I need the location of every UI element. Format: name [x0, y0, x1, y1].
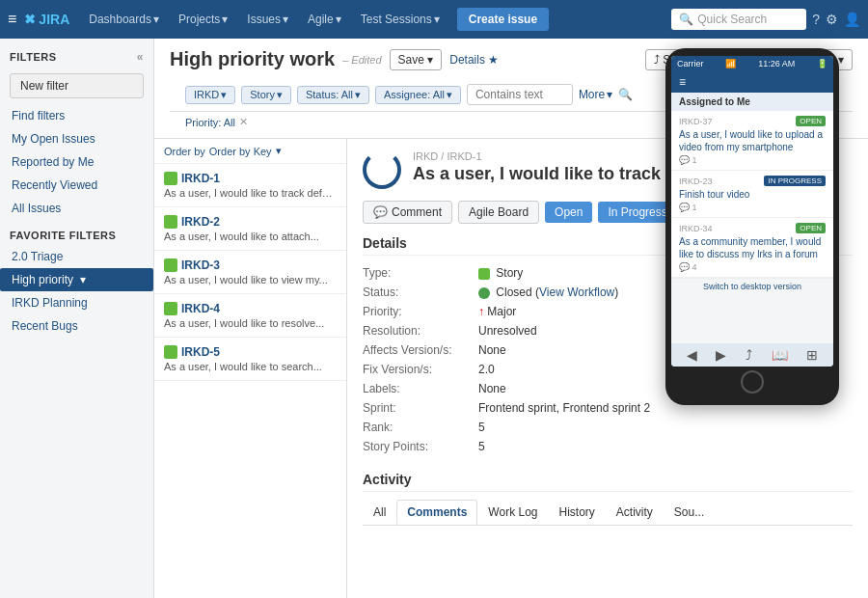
phone-issue-3-header: IRKD-34 OPEN	[679, 223, 826, 233]
phone-home-button[interactable]	[741, 370, 764, 394]
jira-logo: ✖ JIRA	[24, 12, 69, 27]
star-icon: ★	[488, 53, 499, 67]
sidebar-link-reported-by-me[interactable]: Reported by Me	[0, 150, 153, 174]
help-icon[interactable]: ?	[812, 12, 820, 27]
phone-forward-icon[interactable]: ▶	[716, 347, 726, 363]
fav-filters-title: FAVORITE FILTERS	[0, 220, 153, 245]
quick-search-input[interactable]: 🔍 Quick Search	[671, 9, 806, 30]
sidebar-fav-high-priority[interactable]: High priority ▾	[0, 268, 153, 291]
issue-desc-1: As a user, I would like to track defects	[164, 187, 337, 199]
issue-desc-5: As a user, I would like to search...	[164, 361, 337, 372]
sidebar-link-my-open-issues[interactable]: My Open Issues	[0, 127, 153, 150]
issue-item-2[interactable]: IRKD-2 As a user, I would like to attach…	[154, 207, 346, 251]
phone-issue-2[interactable]: IRKD-23 IN PROGRESS Finish tour video 💬 …	[671, 171, 833, 218]
issue-id-4: IRKD-4	[164, 302, 337, 315]
detail-row-storypoints: Story Points: 5	[363, 437, 853, 456]
settings-icon[interactable]: ⚙	[826, 12, 838, 27]
hamburger-icon[interactable]: ≡	[8, 11, 16, 28]
phone-time: 11:26 AM	[758, 59, 795, 68]
phone-issue-2-id: IRKD-23	[679, 177, 713, 186]
phone-issue-3-title: As a community member, I would like to d…	[679, 235, 826, 260]
priority-filter-label[interactable]: Priority: All	[185, 117, 235, 128]
nav-agile[interactable]: Agile ▾	[300, 9, 349, 30]
contains-text-input[interactable]	[467, 84, 573, 105]
phone-section-title: Assigned to Me	[671, 93, 833, 111]
order-bar: Order by Order by Key ▾	[154, 139, 346, 164]
phone-bookmark-icon[interactable]: 📖	[772, 347, 788, 363]
edited-badge: – Edited	[342, 54, 381, 66]
phone-issue-1[interactable]: IRKD-37 OPEN As a user, I would like to …	[671, 111, 833, 171]
phone-share-icon[interactable]: ⤴	[746, 347, 752, 363]
activity-tabs: All Comments Work Log History Activity S…	[363, 500, 853, 526]
sidebar-link-recently-viewed[interactable]: Recently Viewed	[0, 174, 153, 197]
nav-test-sessions[interactable]: Test Sessions ▾	[353, 9, 448, 30]
phone-issue-1-count: 💬 1	[679, 155, 826, 165]
clear-priority-icon[interactable]: ✕	[239, 116, 248, 128]
issue-item-4[interactable]: IRKD-4 As a user, I would like to resolv…	[154, 294, 346, 338]
more-filter-button[interactable]: More ▾	[579, 88, 612, 101]
sidebar-fav-triage[interactable]: 2.0 Triage	[0, 245, 153, 268]
switch-to-desktop-link[interactable]: Switch to desktop version	[671, 278, 833, 294]
story-icon-5	[164, 345, 177, 359]
activity-section: Activity All Comments Work Log History A…	[363, 472, 853, 526]
phone-screen: Carrier 📶 11:26 AM 🔋 ≡ Assigned to Me IR…	[671, 56, 833, 367]
issue-loading-spinner	[363, 150, 401, 189]
phone-hamburger-icon[interactable]: ≡	[679, 75, 686, 89]
order-key-link[interactable]: Order by Key	[209, 146, 272, 157]
view-workflow-link[interactable]: View Workflow	[539, 285, 614, 299]
sidebar-fav-irkd-planning[interactable]: IRKD Planning	[0, 291, 153, 314]
phone-carrier: Carrier	[677, 59, 704, 68]
filter-search-icon[interactable]: 🔍	[618, 88, 633, 101]
phone-back-icon[interactable]: ◀	[687, 347, 697, 363]
tab-sou[interactable]: Sou...	[664, 500, 715, 525]
issue-desc-2: As a user, I would like to attach...	[164, 231, 337, 242]
user-avatar[interactable]: 👤	[844, 12, 860, 27]
agile-board-button[interactable]: Agile Board	[458, 201, 539, 224]
filter-project[interactable]: IRKD ▾	[185, 86, 235, 104]
issue-item-1[interactable]: IRKD-1 As a user, I would like to track …	[154, 164, 346, 207]
sidebar-fav-recent-bugs[interactable]: Recent Bugs	[0, 314, 153, 338]
phone-issue-2-status: IN PROGRESS	[764, 176, 826, 186]
phone-menu-icon[interactable]: ⊞	[806, 347, 818, 363]
story-icon-2	[164, 215, 177, 229]
sidebar-filters-header: FILTERS «	[0, 46, 153, 68]
sidebar-link-all-issues[interactable]: All Issues	[0, 197, 153, 220]
tab-activity[interactable]: Activity	[606, 500, 664, 525]
priority-icon: ↑	[478, 305, 484, 318]
issue-title: As a user, I would like to track	[413, 164, 661, 184]
story-icon-4	[164, 302, 177, 315]
new-filter-button[interactable]: New filter	[10, 73, 144, 98]
nav-issues[interactable]: Issues ▾	[239, 9, 296, 30]
search-icon: 🔍	[679, 13, 693, 26]
filter-type[interactable]: Story ▾	[241, 86, 291, 104]
open-status-button[interactable]: Open	[545, 202, 592, 223]
create-issue-button[interactable]: Create issue	[457, 8, 549, 31]
nav-projects[interactable]: Projects ▾	[171, 9, 235, 30]
comment-button[interactable]: 💬 Comment	[363, 201, 452, 224]
tab-history[interactable]: History	[549, 500, 606, 525]
save-button[interactable]: Save ▾	[390, 49, 443, 70]
sidebar-link-find-filters[interactable]: Find filters	[0, 104, 153, 127]
filter-assignee[interactable]: Assignee: All ▾	[375, 86, 461, 104]
phone-issue-3[interactable]: IRKD-34 OPEN As a community member, I wo…	[671, 218, 833, 278]
story-icon-1	[164, 172, 177, 185]
sidebar-collapse-icon[interactable]: «	[137, 50, 144, 64]
issue-item-5[interactable]: IRKD-5 As a user, I would like to search…	[154, 338, 346, 381]
phone-status-bar: Carrier 📶 11:26 AM 🔋	[671, 56, 833, 71]
tab-worklog[interactable]: Work Log	[477, 500, 548, 525]
phone-issue-3-id: IRKD-34	[679, 224, 713, 233]
issue-id-1: IRKD-1	[164, 172, 337, 185]
nav-dashboards[interactable]: Dashboards ▾	[81, 9, 167, 30]
details-button[interactable]: Details ★	[449, 53, 499, 67]
issue-detail-info: IRKD / IRKD-1 As a user, I would like to…	[413, 150, 661, 184]
status-closed-icon	[478, 287, 490, 299]
page-title: High priority work	[170, 48, 335, 70]
tab-all[interactable]: All	[363, 500, 396, 525]
type-story-icon	[478, 268, 490, 280]
issue-item-3[interactable]: IRKD-3 As a user, I would like to view m…	[154, 251, 346, 294]
tab-comments[interactable]: Comments	[396, 500, 477, 525]
issue-breadcrumb: IRKD / IRKD-1	[413, 150, 661, 162]
filter-status[interactable]: Status: All ▾	[297, 86, 369, 104]
issue-id-2: IRKD-2	[164, 215, 337, 229]
issue-list: Order by Order by Key ▾ IRKD-1 As a user…	[154, 139, 347, 598]
